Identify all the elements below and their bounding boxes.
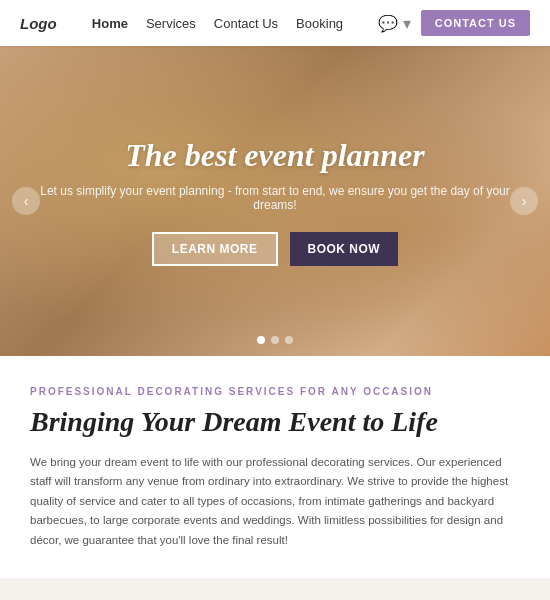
book-now-button[interactable]: BOOK NOW bbox=[290, 232, 399, 266]
learn-more-button[interactable]: LEARN MORE bbox=[152, 232, 278, 266]
hero-subtitle: Let us simplify your event planning - fr… bbox=[40, 184, 510, 212]
hero-next-button[interactable]: › bbox=[510, 187, 538, 215]
hero-content: The best event planner Let us simplify y… bbox=[0, 137, 550, 266]
nav-contact[interactable]: Contact Us bbox=[214, 16, 278, 31]
hero-title: The best event planner bbox=[40, 137, 510, 174]
chat-icon[interactable]: 💬 ▾ bbox=[378, 14, 410, 33]
hero-dot-2[interactable] bbox=[271, 336, 279, 344]
contact-button[interactable]: CONTACT US bbox=[421, 10, 530, 36]
about-title: Bringing Your Dream Event to Life bbox=[30, 405, 520, 439]
nav-booking[interactable]: Booking bbox=[296, 16, 343, 31]
nav-services[interactable]: Services bbox=[146, 16, 196, 31]
about-tag: PROFESSIONAL DECORATING SERVICES FOR ANY… bbox=[30, 386, 520, 397]
hero-dots bbox=[257, 336, 293, 344]
about-section: PROFESSIONAL DECORATING SERVICES FOR ANY… bbox=[0, 356, 550, 578]
about-text: We bring your dream event to life with o… bbox=[30, 453, 520, 551]
hero-section: ‹ The best event planner Let us simplify… bbox=[0, 46, 550, 356]
nav-links: Home Services Contact Us Booking bbox=[92, 16, 343, 31]
nav-right: 💬 ▾ CONTACT US bbox=[378, 10, 530, 36]
logo: Logo bbox=[20, 15, 57, 32]
hero-dot-3[interactable] bbox=[285, 336, 293, 344]
navbar: Logo Home Services Contact Us Booking 💬 … bbox=[0, 0, 550, 46]
hero-buttons: LEARN MORE BOOK NOW bbox=[40, 232, 510, 266]
services-section: Services Table Decorations All services … bbox=[0, 578, 550, 600]
nav-home[interactable]: Home bbox=[92, 16, 128, 31]
hero-dot-1[interactable] bbox=[257, 336, 265, 344]
hero-prev-button[interactable]: ‹ bbox=[12, 187, 40, 215]
